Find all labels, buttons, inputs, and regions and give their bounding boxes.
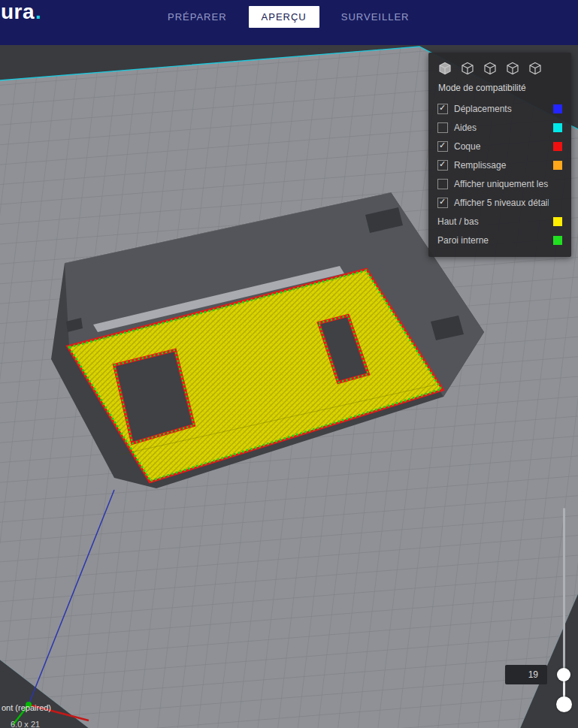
legend-row[interactable]: Coque	[437, 137, 562, 156]
legend-checkbox[interactable]	[437, 198, 448, 208]
layer-value-badge: 19	[505, 665, 547, 684]
cura-window: ura. PRÉPARER APERÇU SURVEILLER	[0, 0, 578, 728]
layer-slider-lower-handle[interactable]	[556, 696, 572, 712]
top-bar: ura. PRÉPARER APERÇU SURVEILLER	[0, 0, 578, 45]
cura-logo-text: ura	[1, 0, 35, 23]
legend-row-label: Déplacements	[454, 104, 549, 114]
legend-row-label: Haut / bas	[437, 216, 549, 227]
legend-row[interactable]: Afficher uniquement les c…	[437, 174, 562, 193]
legend-row-label: Remplissage	[454, 160, 549, 171]
legend-color-swatch	[553, 142, 562, 151]
legend-row[interactable]: Remplissage	[437, 156, 562, 174]
legend-color-swatch	[553, 104, 562, 113]
model-name-label: ont (repaired)	[2, 703, 51, 712]
legend-row-label: Paroi interne	[437, 235, 549, 246]
stage-tab[interactable]: APERÇU	[249, 6, 319, 28]
cube-view-icon-3[interactable]	[483, 62, 497, 75]
stage-tab[interactable]: PRÉPARER	[155, 6, 240, 28]
legend-color-swatch	[553, 161, 562, 170]
stage-tabs: PRÉPARER APERÇU SURVEILLER	[150, 6, 426, 28]
model-size-label: 6.0 x 21	[11, 720, 40, 728]
legend-color-swatch	[553, 123, 562, 132]
cube-view-icon-5[interactable]	[528, 62, 542, 75]
legend-checkbox[interactable]	[437, 104, 448, 114]
legend-color-swatch	[553, 217, 562, 226]
legend-rows: Déplacements Aides Coque Remp	[437, 99, 562, 249]
structure-type-icons	[438, 62, 562, 75]
legend-row-label: Coque	[454, 141, 549, 152]
legend-checkbox[interactable]	[437, 179, 448, 189]
layer-value: 19	[528, 669, 538, 680]
legend-row-label: Aides	[454, 122, 549, 133]
legend-row-label: Afficher 5 niveaux détaillé…	[454, 198, 549, 208]
legend-checkbox[interactable]	[437, 141, 448, 152]
layer-view-legend-panel: Mode de compatibilité Déplacements Aides	[428, 53, 571, 257]
legend-row[interactable]: Haut / bas	[437, 212, 562, 231]
legend-checkbox[interactable]	[437, 122, 448, 133]
legend-row[interactable]: Déplacements	[437, 99, 562, 118]
legend-row[interactable]: Paroi interne	[437, 231, 562, 249]
legend-row-label: Afficher uniquement les c…	[454, 179, 549, 189]
legend-color-swatch	[553, 236, 562, 245]
cura-logo-dot: .	[35, 0, 41, 23]
legend-row[interactable]: Afficher 5 niveaux détaillé…	[437, 193, 562, 212]
stage-tab[interactable]: SURVEILLER	[328, 6, 422, 28]
legend-title: Mode de compatibilité	[438, 83, 562, 93]
cube-view-icon-2[interactable]	[461, 62, 474, 75]
legend-row[interactable]: Aides	[437, 118, 562, 137]
cube-view-icon-1[interactable]	[438, 62, 452, 75]
legend-checkbox[interactable]	[437, 160, 448, 171]
cube-view-icon-4[interactable]	[506, 62, 519, 75]
layer-slider-upper-handle[interactable]	[557, 668, 570, 681]
cura-logo: ura.	[1, 0, 41, 24]
